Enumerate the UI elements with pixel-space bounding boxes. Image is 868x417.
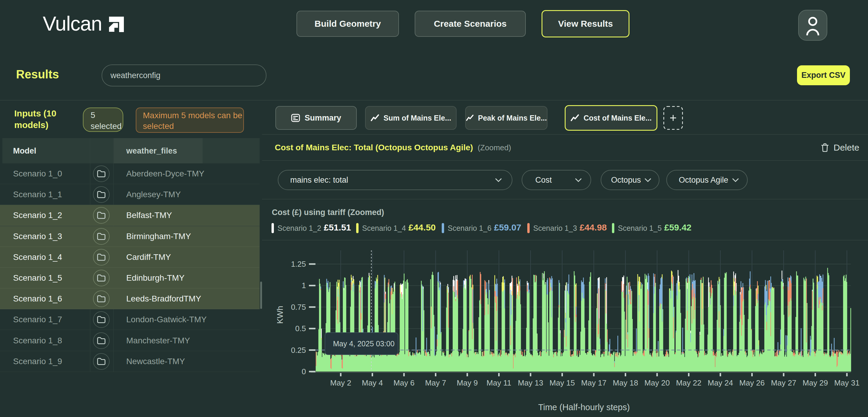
svg-text:May 11: May 11 xyxy=(487,378,511,387)
svg-text:May 20: May 20 xyxy=(644,378,670,387)
svg-text:May 9: May 9 xyxy=(457,378,478,387)
svg-text:May 13: May 13 xyxy=(518,378,543,387)
svg-text:0.75: 0.75 xyxy=(291,303,306,312)
svg-text:May 29: May 29 xyxy=(803,378,828,387)
svg-text:1: 1 xyxy=(302,281,306,290)
svg-text:May 17: May 17 xyxy=(581,378,606,387)
svg-text:KWh: KWh xyxy=(275,306,285,324)
svg-text:May 27: May 27 xyxy=(771,378,796,387)
svg-text:May 6: May 6 xyxy=(394,378,415,387)
svg-text:0.5: 0.5 xyxy=(295,324,306,333)
svg-text:May 7: May 7 xyxy=(425,378,446,387)
svg-text:May 4: May 4 xyxy=(362,378,383,387)
svg-text:May 4, 2025 03:00: May 4, 2025 03:00 xyxy=(333,340,395,348)
svg-text:May 18: May 18 xyxy=(613,378,638,387)
svg-text:0: 0 xyxy=(302,367,306,376)
svg-text:Time (Half-hourly steps): Time (Half-hourly steps) xyxy=(538,403,630,412)
svg-text:May 24: May 24 xyxy=(708,378,733,387)
svg-text:May 26: May 26 xyxy=(739,378,765,387)
svg-text:0.25: 0.25 xyxy=(291,346,306,355)
svg-text:May 2: May 2 xyxy=(330,378,351,387)
svg-text:May 15: May 15 xyxy=(550,378,575,387)
svg-text:May 31: May 31 xyxy=(834,378,859,387)
svg-text:1.25: 1.25 xyxy=(291,260,306,268)
svg-text:May 22: May 22 xyxy=(676,378,701,387)
